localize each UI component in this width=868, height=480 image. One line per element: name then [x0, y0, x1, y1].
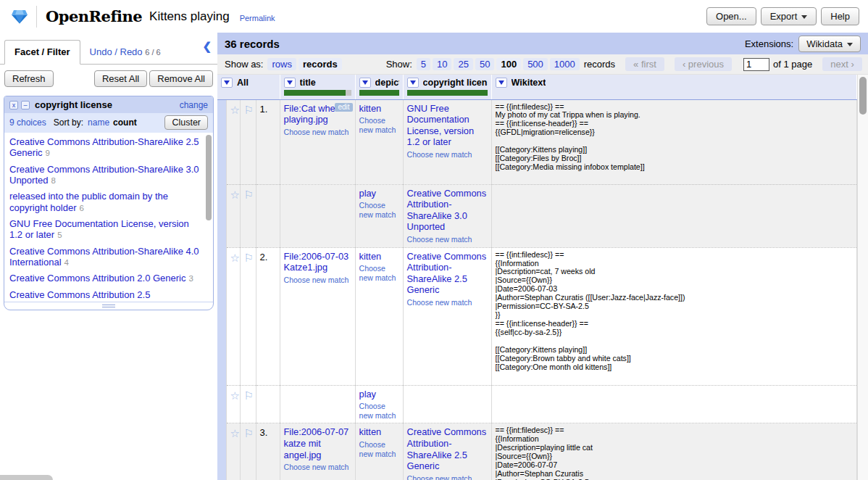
- column-menu-button[interactable]: [221, 78, 233, 88]
- star-cell: ☆: [226, 385, 240, 423]
- copyright-license-link[interactable]: Creative Commons Attribution-ShareAlike …: [407, 426, 487, 471]
- flag-cell: ⚐: [240, 184, 256, 247]
- reset-all-button[interactable]: Reset All: [94, 70, 147, 87]
- choose-new-match-link[interactable]: Choose new match: [407, 235, 488, 244]
- bottom-left-resizer[interactable]: [0, 475, 53, 480]
- permalink-link[interactable]: Permalink: [240, 14, 275, 22]
- export-button[interactable]: Export: [761, 7, 817, 25]
- first-page-button[interactable]: « first: [625, 57, 664, 71]
- copyright-license-link[interactable]: Creative Commons Attribution-ShareAlike …: [407, 251, 487, 296]
- facet-resize-handle[interactable]: [4, 302, 213, 310]
- depicts-link[interactable]: kitten: [359, 426, 382, 437]
- remove-all-button[interactable]: Remove All: [149, 70, 213, 87]
- choose-new-match-link[interactable]: Choose new match: [284, 128, 351, 137]
- previous-page-button[interactable]: ‹ previous: [675, 57, 732, 71]
- choose-new-match-link[interactable]: Choose new match: [407, 298, 488, 307]
- page-size-option-25[interactable]: 25: [454, 58, 472, 70]
- facet-choice-link[interactable]: GNU Free Documentation License, version …: [9, 218, 189, 240]
- column-menu-button[interactable]: [407, 78, 419, 88]
- facet-change-link[interactable]: change: [180, 100, 208, 110]
- facet-minimize-icon[interactable]: –: [21, 101, 30, 109]
- show-as-option-records[interactable]: records: [299, 58, 342, 70]
- facet-choices-count-link[interactable]: 9 choices: [9, 117, 46, 128]
- chevron-down-icon: [224, 80, 230, 85]
- title-link[interactable]: File:2006-07-07 katze mit angel.jpg: [284, 426, 349, 460]
- choose-new-match-link[interactable]: Choose new match: [359, 402, 399, 420]
- page-number-input[interactable]: [743, 58, 769, 71]
- copyright-license-cell: Creative Commons Attribution-ShareAlike …: [403, 423, 491, 480]
- page-size-option-50[interactable]: 50: [475, 58, 494, 70]
- choose-new-match-link[interactable]: Choose new match: [359, 264, 399, 282]
- depicts-link[interactable]: kitten: [359, 251, 382, 262]
- reconciliation-progress-fill: [407, 90, 488, 96]
- wikidata-extension-button[interactable]: Wikidata: [798, 36, 861, 52]
- title-link[interactable]: File:2006-07-03 Katze1.jpg: [284, 251, 349, 273]
- facet-choice-link[interactable]: Creative Commons Attribution 2.5: [9, 289, 150, 300]
- show-as-option-rows[interactable]: rows: [267, 58, 296, 70]
- depicts-link[interactable]: play: [359, 188, 376, 199]
- copyright-license-link[interactable]: Creative Commons Attribution-ShareAlike …: [407, 188, 487, 233]
- star-cell: ☆: [226, 247, 240, 385]
- chevron-down-icon: [362, 80, 368, 85]
- facet-close-icon[interactable]: x: [9, 101, 18, 109]
- facet-header: x – copyright license change: [4, 96, 213, 113]
- next-page-button[interactable]: next ›: [822, 57, 862, 71]
- column-menu-button[interactable]: [496, 78, 507, 88]
- facet-choice-link[interactable]: Creative Commons Attribution-ShareAlike …: [9, 136, 199, 158]
- depicts-cell: kittenChoose new match: [355, 99, 403, 184]
- facet-choice-link[interactable]: released into the public domain by the c…: [9, 191, 168, 212]
- flag-icon[interactable]: ⚐: [244, 104, 254, 115]
- choose-new-match-link[interactable]: Choose new match: [284, 276, 351, 285]
- show-as-options: rowsrecords: [267, 59, 343, 70]
- copyright-license-link[interactable]: GNU Free Documentation License, version …: [407, 103, 474, 148]
- collapse-panel-icon[interactable]: ❮: [202, 40, 212, 53]
- page-size-option-500[interactable]: 500: [523, 58, 548, 70]
- sort-by-name-link[interactable]: name: [88, 117, 109, 128]
- wikidata-extension-label: Wikidata: [806, 38, 843, 49]
- brand-name: OpenRefine: [46, 7, 142, 25]
- record-gutter: [217, 385, 226, 423]
- column-menu-button[interactable]: [359, 78, 371, 88]
- cluster-button[interactable]: Cluster: [164, 115, 208, 130]
- column-header-title: title: [280, 75, 355, 99]
- open-button[interactable]: Open...: [706, 7, 756, 25]
- flag-icon[interactable]: ⚐: [244, 428, 254, 439]
- page-size-option-100[interactable]: 100: [496, 58, 521, 70]
- choose-new-match-link[interactable]: Choose new match: [359, 440, 399, 458]
- facet-choice-link[interactable]: Creative Commons Attribution 2.0 Generic: [9, 273, 186, 284]
- table-scrollbar-track[interactable]: [857, 75, 868, 480]
- choose-new-match-link[interactable]: Choose new match: [359, 201, 399, 219]
- table-scrollbar-thumb[interactable]: [859, 77, 867, 115]
- choose-new-match-link[interactable]: Choose new match: [407, 474, 488, 480]
- tab-undo-redo[interactable]: Undo / Redo 6 / 6: [80, 41, 170, 64]
- column-menu-button[interactable]: [284, 78, 296, 88]
- help-button[interactable]: Help: [821, 7, 859, 25]
- edit-cell-button[interactable]: edit: [335, 103, 352, 112]
- choose-new-match-link[interactable]: Choose new match: [284, 463, 351, 472]
- column-header-all: All: [217, 75, 280, 99]
- depicts-link[interactable]: play: [359, 389, 376, 400]
- depicts-link[interactable]: kitten: [359, 103, 382, 114]
- flag-icon[interactable]: ⚐: [244, 390, 254, 401]
- star-icon[interactable]: ☆: [230, 189, 240, 200]
- star-icon[interactable]: ☆: [230, 428, 240, 439]
- tab-facet-filter[interactable]: Facet / Filter: [4, 40, 80, 65]
- flag-icon[interactable]: ⚐: [244, 252, 254, 263]
- facet-choice-link[interactable]: Creative Commons Attribution-ShareAlike …: [9, 164, 199, 186]
- choose-new-match-link[interactable]: Choose new match: [407, 150, 488, 160]
- sort-by-count-selected[interactable]: count: [113, 117, 137, 128]
- page-size-option-5[interactable]: 5: [417, 58, 430, 70]
- star-icon[interactable]: ☆: [230, 390, 240, 401]
- flag-cell: ⚐: [240, 247, 256, 385]
- star-icon[interactable]: ☆: [230, 104, 240, 115]
- facet-scrollbar-thumb[interactable]: [206, 135, 212, 220]
- facet-choice-link[interactable]: Creative Commons Attribution-ShareAlike …: [9, 246, 199, 268]
- choose-new-match-link[interactable]: Choose new match: [359, 116, 399, 134]
- page-size-option-10[interactable]: 10: [433, 58, 451, 70]
- column-header-label: depicts: [375, 78, 399, 88]
- page-size-option-1000[interactable]: 1000: [550, 58, 580, 70]
- refresh-button[interactable]: Refresh: [4, 70, 54, 87]
- star-icon[interactable]: ☆: [230, 252, 240, 263]
- flag-icon[interactable]: ⚐: [244, 189, 254, 200]
- title-link[interactable]: File:Cat when playing.jpg: [284, 103, 341, 125]
